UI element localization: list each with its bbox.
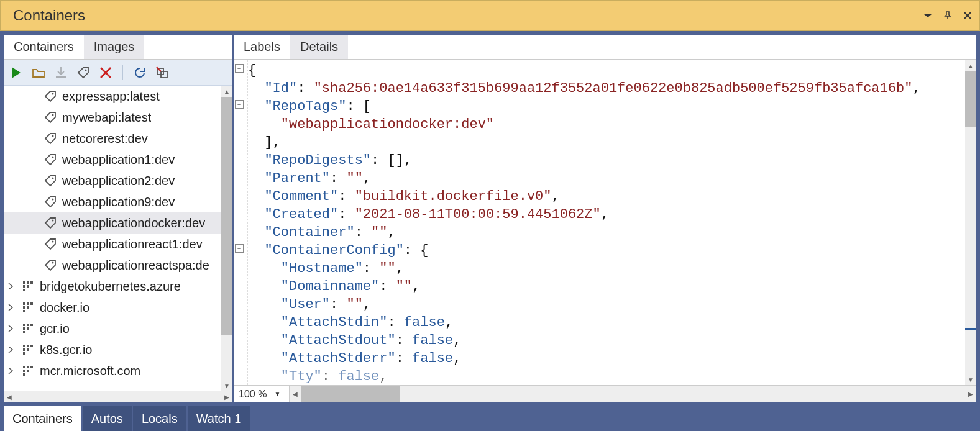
bottom-tab-watch-1[interactable]: Watch 1 [188,406,250,431]
registry-icon [21,322,35,335]
tag-icon [44,111,57,124]
image-item[interactable]: webapplicationdocker:dev [4,212,221,234]
tab-labels[interactable]: Labels [234,35,290,59]
expand-icon[interactable] [6,345,15,354]
scroll-down-icon[interactable]: ▼ [965,374,976,385]
tree-vscrollbar[interactable]: ▲ ▼ [221,86,232,391]
tree-item-label: webapplicationreactspa:de [62,258,209,273]
registry-icon [21,343,35,356]
download-icon[interactable] [54,66,68,79]
image-item[interactable]: webapplication9:dev [4,191,221,212]
code-line: "Parent": "", [248,170,965,188]
left-subtabs: Containers Images [4,35,232,60]
scroll-right-icon[interactable]: ▶ [221,394,232,401]
svg-rect-26 [30,324,33,326]
svg-rect-12 [23,281,25,284]
registry-item[interactable]: bridgetokubernetes.azure [4,276,221,297]
left-panel: Containers Images expressapp:latestmyweb… [4,35,234,402]
svg-rect-29 [23,331,25,333]
expand-icon[interactable] [6,366,15,375]
svg-point-11 [52,262,54,264]
scroll-right-icon[interactable]: ▶ [965,386,976,402]
json-code-area[interactable]: { "Id": "sha256:0ae14a633f315b699aa12f35… [247,60,965,385]
bottom-tab-autos[interactable]: Autos [83,406,132,431]
registry-item[interactable]: k8s.gcr.io [4,339,221,360]
expand-icon[interactable] [6,303,15,312]
svg-rect-33 [23,348,25,351]
pin-icon[interactable] [943,11,952,20]
registry-item[interactable]: mcr.microsoft.com [4,360,221,381]
window-controls [923,11,972,20]
fold-toggle[interactable]: − [235,100,244,109]
chevron-down-icon: ▼ [274,391,280,397]
image-item[interactable]: webapplicationreact1:dev [4,234,221,255]
svg-rect-22 [27,306,29,309]
svg-point-8 [52,199,54,201]
registry-icon [21,301,35,314]
tab-images[interactable]: Images [84,35,145,59]
svg-rect-20 [30,302,33,305]
zoom-dropdown[interactable]: 100 % ▼ [234,386,290,402]
prune-icon[interactable] [155,66,169,79]
tree-hscrollbar[interactable]: ◀ ▶ [4,391,232,402]
scroll-up-icon[interactable]: ▲ [965,60,976,71]
image-item[interactable]: expressapp:latest [4,86,221,107]
bottom-tab-locals[interactable]: Locals [133,406,186,431]
editor-hscrollbar[interactable]: ◀ ▶ [290,386,976,402]
run-icon[interactable] [9,66,23,79]
scroll-left-icon[interactable]: ◀ [290,386,301,402]
image-item[interactable]: webapplicationreactspa:de [4,255,221,276]
tree-item-label: gcr.io [40,322,70,336]
code-line: "AttachStdout": false, [248,332,965,350]
svg-point-10 [52,241,54,243]
code-line: "ContainerConfig": { [248,242,965,260]
delete-icon[interactable] [99,66,112,79]
bottom-tab-containers[interactable]: Containers [4,406,81,431]
tag-icon [44,216,57,230]
svg-rect-27 [23,327,25,330]
fold-gutter[interactable]: −−− [234,60,247,385]
expand-icon[interactable] [6,282,15,291]
scroll-down-icon[interactable]: ▼ [221,380,232,391]
svg-rect-25 [27,324,29,326]
tool-window-title: Containers [13,7,85,24]
svg-point-5 [52,135,54,137]
svg-rect-28 [27,327,29,330]
json-editor: −−− { "Id": "sha256:0ae14a633f315b699aa1… [234,60,976,385]
svg-rect-34 [27,348,29,351]
tag-icon [44,153,57,166]
registry-item[interactable]: docker.io [4,297,221,318]
tag-icon [44,132,57,145]
scroll-up-icon[interactable]: ▲ [221,86,232,97]
toolbar-separator [122,65,123,80]
editor-vscrollbar[interactable]: ▲ ▼ [965,60,976,385]
tag-icon [44,89,57,103]
svg-point-0 [85,70,87,71]
image-item[interactable]: webapplication1:dev [4,149,221,170]
code-line: "Container": "", [248,224,965,242]
close-icon[interactable] [963,11,972,20]
tree-item-label: netcorerest:dev [62,132,148,146]
image-item[interactable]: webapplication2:dev [4,170,221,191]
code-line: "RepoDigests": [], [248,152,965,170]
svg-rect-38 [30,366,33,368]
image-item[interactable]: mywebapi:latest [4,107,221,128]
open-folder-icon[interactable] [32,66,45,79]
code-line: "Created": "2021-08-11T00:00:59.4451062Z… [248,206,965,224]
fold-toggle[interactable]: − [235,244,244,253]
images-tree[interactable]: expressapp:latestmywebapi:latestnetcorer… [4,86,221,391]
registry-item[interactable]: gcr.io [4,318,221,339]
window-options-icon[interactable] [923,11,932,20]
scroll-left-icon[interactable]: ◀ [4,394,15,401]
fold-toggle[interactable]: − [235,64,244,73]
tag-icon[interactable] [76,66,90,79]
image-item[interactable]: netcorerest:dev [4,128,221,149]
code-line: "RepoTags": [ [248,98,965,116]
bottom-tabs: ContainersAutosLocalsWatch 1 [0,406,980,431]
tab-details[interactable]: Details [290,35,348,59]
tag-icon [44,195,57,209]
tab-containers[interactable]: Containers [4,35,84,59]
expand-icon[interactable] [6,324,15,333]
refresh-icon[interactable] [133,66,147,79]
svg-rect-32 [30,345,33,347]
